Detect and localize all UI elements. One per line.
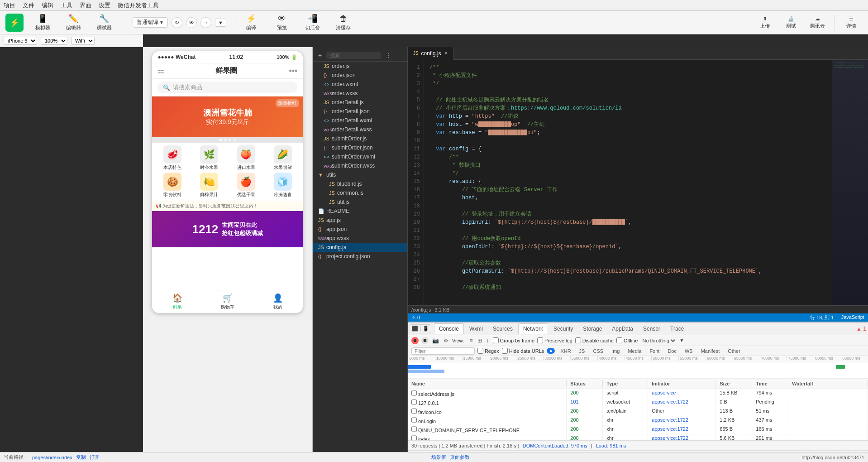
file-item-order-wxss[interactable]: wxssorder.wxss [313, 89, 407, 98]
devtools-tab-network[interactable]: Network [518, 323, 548, 334]
header-waterfall[interactable]: Waterfall [788, 380, 868, 387]
breadcrumb-copy[interactable]: 复制 [76, 454, 86, 461]
device-select[interactable]: iPhone 6 iPhone [4, 37, 37, 45]
menu-interface[interactable]: 界面 [80, 1, 91, 10]
file-item-app-wxss[interactable]: wxssapp.wxss [313, 234, 407, 243]
category-4[interactable]: 🍪 零食饮料 [155, 173, 190, 198]
step-button[interactable]: → [200, 17, 211, 28]
devtools-tab-trace[interactable]: Trace [666, 323, 688, 334]
category-5[interactable]: 🍋 鲜榨果汁 [192, 173, 227, 198]
domcontent-link[interactable]: DOMContentLoaded: 970 ms [523, 443, 587, 448]
devtools-group-icon[interactable]: ↓ [486, 337, 490, 345]
tab-close-button[interactable]: ✕ [444, 50, 448, 56]
filter-css[interactable]: CSS [590, 348, 606, 354]
nav-cart[interactable]: 🛒 购物车 [202, 293, 253, 310]
category-0[interactable]: 🥩 本店特色 [155, 145, 190, 171]
devtools-tab-storage[interactable]: Storage [578, 323, 606, 334]
more-compile-button[interactable]: ▼ [215, 19, 226, 26]
zoom-select[interactable]: 100% [41, 37, 67, 45]
test-button[interactable]: 🔬 测试 [780, 16, 802, 29]
debugger-button[interactable]: 🔧 调试器 [91, 13, 118, 33]
network-row-0[interactable]: selectAddress.js 200 script appservice 1… [408, 389, 868, 398]
file-folder-utils[interactable]: ▼utils [313, 170, 407, 179]
menu-file[interactable]: 文件 [23, 1, 34, 10]
breadcrumb-fields[interactable]: 场景值 [431, 454, 446, 461]
refresh-button[interactable]: ↻ [172, 17, 182, 28]
category-2[interactable]: 🍑 进口水果 [229, 145, 263, 171]
eye-button[interactable]: 👁 [186, 17, 197, 28]
clear-button[interactable]: 🗑 清缓存 [330, 13, 357, 33]
file-sort-button[interactable]: ⋮ [383, 51, 393, 60]
filter-ws[interactable]: WS [682, 348, 696, 354]
header-initiator[interactable]: Initiator [648, 380, 716, 387]
category-1[interactable]: 🌿 时令水果 [192, 145, 227, 171]
filter-other[interactable]: Other [725, 348, 743, 354]
filter-xhr[interactable]: XHR [558, 348, 573, 354]
throttling-select[interactable]: No throttling [640, 337, 677, 344]
simulator-button[interactable]: 📱 模拟器 [29, 13, 56, 33]
preview-button[interactable]: 👁 预览 [268, 13, 296, 33]
breadcrumb-params[interactable]: 页面参数 [450, 454, 470, 461]
disable-cache-checkbox[interactable]: Disable cache [575, 337, 614, 343]
category-6[interactable]: 🍎 优选干果 [229, 173, 263, 198]
devtools-list-icon[interactable]: ≡ [469, 337, 474, 345]
upload-button[interactable]: ⬆ 上传 [754, 16, 776, 29]
file-item-orderdetail-js[interactable]: JSorderDetail.js [313, 98, 407, 107]
network-select[interactable]: WiFi [71, 37, 95, 45]
category-7[interactable]: 🧊 冷冻速食 [265, 173, 300, 198]
offline-checkbox[interactable]: Offline [616, 337, 638, 343]
filter-manifest[interactable]: Manifest [698, 348, 723, 354]
devtools-grid-icon[interactable]: ⊞ [477, 337, 483, 345]
compile-dropdown[interactable]: 普通编译 ▼ [133, 17, 168, 28]
network-filter-input[interactable] [411, 347, 475, 355]
devtools-tab-sensor[interactable]: Sensor [639, 323, 665, 334]
network-row-4[interactable]: QINIU_DOMAIN,FT_SERVICE_TELEPHONE 200 xh… [408, 425, 868, 434]
nav-profile[interactable]: 👤 我的 [253, 293, 303, 310]
header-time[interactable]: Time [752, 380, 788, 387]
filter-doc[interactable]: Doc [665, 348, 679, 354]
file-item-order-wxml[interactable]: <>order.wxml [313, 80, 407, 89]
devtools-tab-appdata[interactable]: AppData [607, 323, 638, 334]
devtools-tab-wxml[interactable]: Wxml [465, 323, 487, 334]
load-link[interactable]: Load: 981 ms [596, 443, 626, 448]
devtools-filter-icon[interactable]: ⚙ [443, 337, 449, 345]
compile-button[interactable]: ⚡ 编译 [238, 13, 265, 33]
file-item-order-json[interactable]: {}order.json [313, 71, 407, 80]
file-item-orderdetail-json[interactable]: {}orderDetail.json [313, 107, 407, 116]
file-item-config-js[interactable]: JSconfig.js [313, 243, 407, 252]
filter-media[interactable]: Media [625, 348, 644, 354]
devtools-stop-button[interactable]: ⏹ [421, 337, 429, 344]
devtools-tab-console[interactable]: Console [434, 323, 464, 334]
preserve-log-checkbox[interactable]: Preserve log [537, 337, 572, 343]
file-item-app-json[interactable]: {}app.json [313, 225, 407, 234]
hide-data-checkbox[interactable]: Hide data URLs [502, 348, 544, 354]
filter-font[interactable]: Font [647, 348, 662, 354]
file-item-app-js[interactable]: JSapp.js [313, 216, 407, 225]
file-item-readme[interactable]: 📄README [313, 207, 407, 216]
code-tab-config[interactable]: JS config.js ✕ [408, 47, 454, 60]
network-row-2[interactable]: favicon.ico 200 text/plain Other 113 B 5… [408, 407, 868, 416]
devtools-tab-security[interactable]: Security [549, 323, 577, 334]
menu-wechat-devtools[interactable]: 微信开发者工具 [118, 1, 159, 10]
devtools-camera-icon[interactable]: 📷 [431, 337, 440, 345]
tencent-button[interactable]: ☁ 腾讯云 [806, 16, 829, 29]
device-bar-more[interactable]: ⋯ [134, 38, 139, 43]
header-size[interactable]: Size [716, 380, 752, 387]
file-item-submitorder-js[interactable]: JSsubmitOrder.js [313, 134, 407, 143]
file-item-common-js[interactable]: JScommon.js [313, 188, 407, 197]
devtools-tab-sources[interactable]: Sources [488, 323, 517, 334]
breadcrumb-open[interactable]: 打开 [90, 454, 100, 461]
header-name[interactable]: Name [408, 380, 567, 387]
menu-settings[interactable]: 设置 [99, 1, 110, 10]
menu-edit[interactable]: 编辑 [42, 1, 53, 10]
phone-search-inner[interactable]: 🔍 请搜索商品 [157, 82, 297, 93]
detail-button[interactable]: ☰ 详情 [840, 16, 863, 29]
file-item-util-js[interactable]: JSutil.js [313, 197, 407, 207]
editor-button[interactable]: ✏️ 编辑器 [60, 13, 87, 33]
filter-img[interactable]: Img [609, 348, 622, 354]
category-3[interactable]: 🌽 水果切鲜 [265, 145, 300, 171]
menu-tools[interactable]: 工具 [61, 1, 72, 10]
file-item-orderdetail-wxml[interactable]: <>orderDetail.wxml [313, 116, 407, 125]
code-content[interactable]: 12345 678910 1112131415 1617181920 21222… [408, 60, 868, 305]
add-file-button[interactable]: + [316, 51, 324, 60]
